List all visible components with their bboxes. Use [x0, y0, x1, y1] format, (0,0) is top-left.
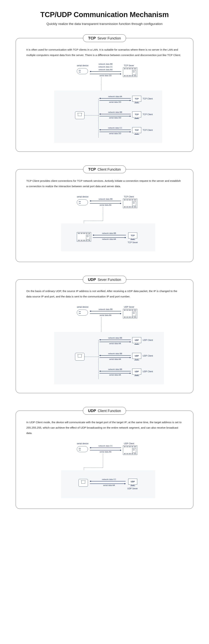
serial-device-icon: [77, 68, 88, 74]
flow-label: serial data AA: [103, 374, 127, 376]
flow-label: serial data AA: [93, 451, 118, 453]
arrow-left-icon: [99, 355, 131, 356]
arrow-right-icon: [90, 74, 121, 74]
arrow-left-icon: [90, 481, 126, 482]
dashed-connector: [101, 77, 101, 92]
flow-label: network data CC: [96, 478, 122, 480]
arrow-left-icon: [99, 114, 131, 114]
flow-label: network data BB: [96, 232, 122, 234]
server-badge: UDP: [128, 479, 137, 484]
page-subtitle: Quickly realize the data transparent tra…: [16, 22, 193, 26]
client-badge: TCP: [132, 127, 141, 133]
arrow-right-icon: [93, 238, 126, 238]
serial-device-label: serial device: [77, 442, 88, 445]
serial-device-icon: [77, 310, 88, 316]
page-title: TCP/UDP Communication Mechanism: [16, 10, 193, 19]
monitor-icon: UDP: [132, 337, 141, 344]
arrow-left-icon: [90, 71, 121, 72]
monitor-icon: TCP: [128, 232, 137, 240]
router-icon: [75, 112, 84, 119]
dashed-connector: [101, 317, 101, 334]
fn-label: Client Funciton: [98, 168, 121, 171]
flow-label: network data BB: [103, 352, 127, 354]
flow-label: serial data DD: [103, 117, 127, 119]
flow-label: serial data AA: [103, 358, 127, 360]
client-role-label: TCP Client: [143, 113, 153, 116]
flow-label: network data BB: [93, 198, 118, 200]
flow-label: network data AA: [96, 238, 122, 240]
chip-module-icon: [123, 199, 137, 208]
client-badge: UDP: [132, 368, 141, 374]
client-role-label: UDP Client: [143, 339, 153, 341]
dashed-connector: [103, 454, 103, 468]
arrow-right-icon: [99, 342, 131, 342]
serial-device-label: serial device: [77, 306, 88, 308]
arrow-left-icon: [99, 371, 131, 371]
client-role-label: UDP Client: [143, 354, 153, 357]
chip-module-icon: [123, 446, 137, 455]
arrow-left-icon: [90, 201, 121, 201]
server-badge: TCP: [128, 232, 137, 238]
flow-label: serial data AA: [96, 484, 122, 486]
tcp-server-label: TCP Sever: [128, 241, 138, 244]
udp-client-label: UDP Client: [124, 442, 134, 445]
dashed-connector: [98, 340, 99, 379]
flow-label: network data BB: [103, 111, 127, 113]
arrow-left-icon: [99, 130, 131, 130]
section-desc: In UDP Client mode, the device will comm…: [26, 420, 183, 436]
client-role-label: TCP Client: [143, 129, 153, 131]
flow-label: network data CC: [93, 445, 118, 447]
section-tab: TCP Client Funciton: [83, 166, 126, 173]
flow-label: serial data AA: [93, 314, 118, 316]
section-desc: TCP Client provides client connections f…: [26, 178, 183, 189]
section-tcp-server: TCP Sever Function It is often used for …: [16, 38, 193, 152]
flow-label: serial data DD: [103, 101, 127, 103]
section-tab: UDP Client Function: [83, 407, 126, 414]
flow-label: network data BB: [103, 337, 127, 339]
dashed-connector: [103, 207, 103, 221]
proto-label: UDP: [88, 277, 96, 282]
arrow-left-icon: [99, 340, 131, 340]
section-desc: It is often used for communication with …: [26, 47, 183, 58]
monitor-icon: UDP: [132, 353, 141, 360]
monitor-icon: TCP: [132, 96, 141, 103]
dashed-connector: [98, 98, 99, 138]
udp-server-label: UDP Sever: [124, 306, 134, 308]
dashed-connector: [84, 468, 103, 468]
monitor-icon: TCP: [132, 127, 141, 134]
section-tcp-client: TCP Client Funciton TCP Client provides …: [16, 169, 193, 262]
arrow-left-icon: [90, 311, 121, 311]
serial-device-icon: [77, 446, 88, 452]
flow-label: serial data DD: [103, 132, 127, 134]
chip-module-icon: [123, 68, 137, 77]
client-badge: TCP: [132, 112, 141, 118]
fn-label: Sever Function: [98, 278, 121, 282]
client-role-label: TCP Client: [143, 98, 153, 100]
arrow-right-icon: [90, 450, 121, 450]
proto-label: UDP: [88, 408, 96, 413]
arrow-right-icon: [99, 358, 131, 358]
section-udp-server: UDP Sever Function On the basis of ordin…: [16, 280, 193, 393]
router-icon: [75, 353, 84, 360]
serial-device-label: serial device: [77, 64, 88, 67]
udp-server-label: UDP Sever: [127, 487, 138, 490]
section-tab: TCP Sever Function: [83, 34, 126, 42]
arrow-left-icon: [99, 98, 131, 98]
monitor-icon: TCP: [132, 112, 141, 119]
section-tab: UDP Sever Function: [83, 276, 126, 284]
dashed-connector: [84, 115, 98, 116]
chip-module-icon: [77, 232, 91, 242]
arrow-right-icon: [99, 132, 131, 132]
proto-label: TCP: [88, 167, 96, 172]
tcp-server-label: TCP Sever: [124, 64, 134, 67]
arrow-left-icon: [93, 235, 126, 235]
arrow-right-icon: [90, 203, 121, 204]
flow-label: network data BB: [93, 308, 118, 310]
client-badge: UDP: [132, 353, 141, 359]
flow-label: network data CC: [103, 127, 127, 129]
arrow-right-icon: [99, 116, 131, 116]
flow-label: network data BB: [93, 63, 118, 65]
section-desc: On the basis of ordinary UDP, the source…: [26, 288, 183, 299]
flow-label: serial data DD: [93, 74, 118, 76]
proto-label: TCP: [88, 36, 96, 40]
